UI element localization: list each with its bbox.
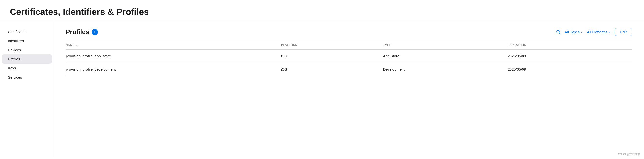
cell-type: Development — [383, 63, 508, 76]
col-header-type: TYPE — [383, 41, 508, 50]
header-actions: All Types ⌄ All Platforms ⌄ Edit — [556, 28, 632, 36]
all-platforms-label: All Platforms — [587, 30, 608, 34]
sidebar-item-profiles[interactable]: Profiles — [2, 54, 52, 64]
cell-expiration: 2025/05/09 — [508, 63, 632, 76]
col-name-label: NAME — [66, 44, 75, 47]
cell-expiration: 2025/05/09 — [508, 50, 632, 63]
svg-line-1 — [559, 33, 560, 34]
sidebar: CertificatesIdentifiersDevicesProfilesKe… — [0, 21, 54, 158]
all-platforms-filter[interactable]: All Platforms ⌄ — [587, 30, 610, 34]
sort-icon: ⌄ — [76, 44, 78, 46]
content-header: Profiles + All Types ⌄ All Platforms ⌄ — [66, 28, 632, 36]
search-button[interactable] — [556, 30, 561, 34]
col-header-name: NAME ⌄ — [66, 41, 281, 50]
cell-platform: iOS — [281, 50, 383, 63]
page-title: Certificates, Identifiers & Profiles — [10, 7, 634, 17]
table-header: NAME ⌄ PLATFORM TYPE EXPIRATION — [66, 41, 632, 50]
cell-platform: iOS — [281, 63, 383, 76]
sidebar-item-certificates[interactable]: Certificates — [2, 27, 52, 36]
content-title-row: Profiles + — [66, 28, 98, 36]
search-icon — [556, 30, 561, 34]
name-sort[interactable]: NAME ⌄ — [66, 44, 78, 47]
page-body: CertificatesIdentifiersDevicesProfilesKe… — [0, 21, 644, 158]
sidebar-item-identifiers[interactable]: Identifiers — [2, 36, 52, 46]
profiles-table: NAME ⌄ PLATFORM TYPE EXPIRATION provisio… — [66, 41, 632, 76]
table-row[interactable]: provision_profile_developmentiOSDevelopm… — [66, 63, 632, 76]
cell-name: provision_profile_app_store — [66, 50, 281, 63]
add-profile-button[interactable]: + — [92, 29, 98, 35]
edit-button[interactable]: Edit — [614, 28, 632, 36]
sidebar-item-services[interactable]: Services — [2, 73, 52, 82]
all-types-label: All Types — [565, 30, 580, 34]
page-header: Certificates, Identifiers & Profiles — [0, 0, 644, 21]
chevron-down-icon: ⌄ — [581, 30, 583, 34]
col-header-expiration: EXPIRATION — [508, 41, 632, 50]
sidebar-item-keys[interactable]: Keys — [2, 64, 52, 73]
cell-name: provision_profile_development — [66, 63, 281, 76]
all-types-filter[interactable]: All Types ⌄ — [565, 30, 583, 34]
table-row[interactable]: provision_profile_app_storeiOSApp Store2… — [66, 50, 632, 63]
main-content: Profiles + All Types ⌄ All Platforms ⌄ — [54, 21, 644, 158]
watermark: CSDN @技术社群 — [618, 152, 640, 156]
table-header-row: NAME ⌄ PLATFORM TYPE EXPIRATION — [66, 41, 632, 50]
chevron-down-icon: ⌄ — [608, 30, 610, 34]
section-title: Profiles — [66, 28, 89, 36]
col-header-platform: PLATFORM — [281, 41, 383, 50]
sidebar-item-devices[interactable]: Devices — [2, 46, 52, 54]
cell-type: App Store — [383, 50, 508, 63]
table-body: provision_profile_app_storeiOSApp Store2… — [66, 50, 632, 76]
